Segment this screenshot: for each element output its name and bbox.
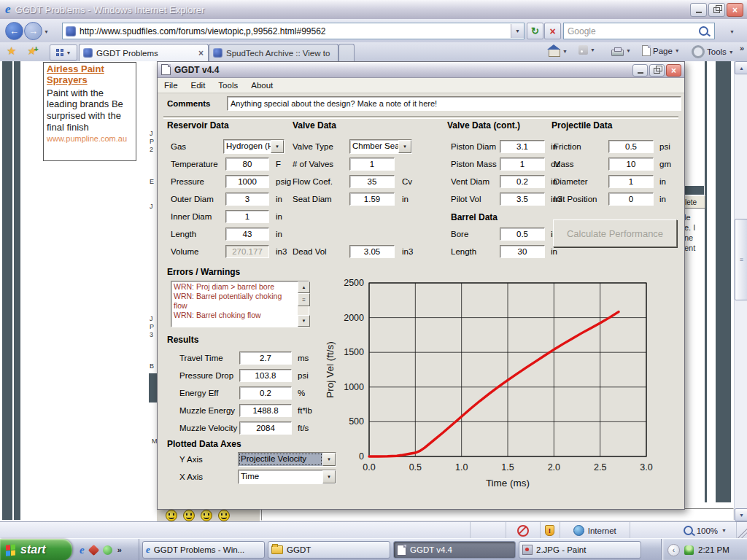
security-panel[interactable]: ! <box>541 522 560 539</box>
ie-window-titlebar[interactable]: e GGDT Problems - Windows Internet Explo… <box>0 0 747 20</box>
search-options-dropdown[interactable]: ▼ <box>729 29 735 34</box>
scroll-up-button[interactable]: ▲ <box>735 61 747 74</box>
seat-diam-field[interactable]: 1.59 <box>349 192 395 206</box>
taskbar-button-ggdt[interactable]: GGDT v4.4 <box>393 541 516 559</box>
pilot-vol-field[interactable]: 3.5 <box>500 192 545 206</box>
length-field[interactable]: 43 <box>225 228 269 241</box>
popup-blocked-panel[interactable] <box>506 522 541 539</box>
inner-diam-field[interactable]: 1 <box>225 210 269 223</box>
more-commands-chevron-icon[interactable]: » <box>740 44 744 52</box>
warning-item[interactable]: WRN: Barrel potentially choking flow <box>174 292 295 311</box>
taskbar-button-folder[interactable]: GGDT <box>268 541 390 559</box>
smiley-razz-icon[interactable] <box>183 510 195 521</box>
pressure-drop-field[interactable]: 103.8 <box>239 369 292 382</box>
gas-select[interactable]: Hydrogen (H2 ▼ <box>223 139 285 154</box>
smiley-eek-icon[interactable] <box>166 510 177 521</box>
vent-diam-field[interactable]: 0.2 <box>500 175 545 188</box>
back-button[interactable]: ← <box>5 22 23 40</box>
muzzle-energy-field[interactable]: 1488.8 <box>239 404 292 417</box>
mass-field[interactable]: 10 <box>608 158 654 171</box>
smiley-cool-icon[interactable] <box>201 510 212 521</box>
taskbar-button-paint[interactable]: 2.JPG - Paint <box>519 541 641 559</box>
messenger-tray-icon[interactable] <box>684 545 694 555</box>
ie-quicklaunch-icon[interactable]: e <box>80 544 85 556</box>
init-position-field[interactable]: 0 <box>608 192 654 206</box>
new-tab-stub[interactable] <box>338 44 355 61</box>
calculate-performance-button[interactable]: Calculate Performance <box>553 219 677 247</box>
menu-edit[interactable]: Edit <box>185 79 212 91</box>
tab-ggdt-problems[interactable]: GGDT Problems × <box>79 44 209 61</box>
page-scrollbar[interactable]: ▲ ≡ ▼ <box>734 61 747 520</box>
travel-time-field[interactable]: 2.7 <box>239 351 292 365</box>
scroll-up-icon[interactable]: ▲ <box>298 281 310 293</box>
close-tab-icon[interactable]: × <box>198 48 204 58</box>
minimize-button[interactable] <box>632 64 648 77</box>
address-dropdown-button[interactable]: ▼ <box>511 24 524 38</box>
temperature-field[interactable]: 80 <box>225 158 269 171</box>
menu-tools[interactable]: Tools <box>212 79 244 91</box>
menu-file[interactable]: File <box>158 79 185 91</box>
pressure-field[interactable]: 1000 <box>225 175 269 188</box>
warning-item[interactable]: WRN: Barrel choking flow <box>174 311 295 320</box>
ad-link[interactable]: Airless Paint Sprayers <box>47 64 133 86</box>
maximize-button[interactable] <box>649 64 665 77</box>
valve-type-select[interactable]: Chmber Seal ▼ <box>349 139 412 154</box>
stop-button[interactable]: × <box>544 23 561 39</box>
errors-listbox[interactable]: WRN: Proj diam > barrel bore WRN: Barrel… <box>171 281 309 327</box>
energy-eff-field[interactable]: 0.2 <box>239 386 292 400</box>
flow-coef-field[interactable]: 35 <box>349 175 395 188</box>
menu-about[interactable]: About <box>244 79 279 91</box>
muzzle-velocity-field[interactable]: 2084 <box>239 421 292 435</box>
quicklaunch-more-chevron-icon[interactable]: » <box>117 545 122 554</box>
resize-grip[interactable] <box>737 522 747 539</box>
comments-field[interactable]: Anything special about the design? Make … <box>227 96 681 111</box>
search-icon[interactable] <box>699 26 708 36</box>
app-quicklaunch-icon[interactable] <box>88 544 99 556</box>
restore-button[interactable] <box>708 3 725 17</box>
taskbar-button-ie[interactable]: e GGDT Problems - Win... <box>142 541 265 559</box>
scroll-down-icon[interactable]: ▼ <box>298 315 310 327</box>
chevron-down-icon[interactable]: ▼ <box>271 140 284 153</box>
dead-vol-field[interactable]: 3.05 <box>349 245 395 258</box>
num-valves-field[interactable]: 1 <box>349 158 395 171</box>
warning-item[interactable]: WRN: Proj diam > barrel bore <box>174 282 295 292</box>
messenger-quicklaunch-icon[interactable] <box>103 545 112 555</box>
reply-input-fragment[interactable] <box>261 508 734 521</box>
scrollbar-thumb[interactable]: ≡ <box>735 219 747 300</box>
tools-menu-button[interactable]: Tools ▼ <box>692 45 734 58</box>
barrel-length-field[interactable]: 30 <box>500 245 545 258</box>
refresh-button[interactable]: ↻ <box>527 23 543 39</box>
bore-field[interactable]: 0.5 <box>500 228 545 241</box>
ad-url[interactable]: www.pumpline.com.au <box>47 134 133 143</box>
close-button[interactable]: × <box>727 3 743 17</box>
diameter-field[interactable]: 1 <box>608 175 654 188</box>
favorites-center-icon[interactable]: ★ <box>7 44 16 58</box>
scrollbar-thumb[interactable]: ≡ <box>298 293 310 306</box>
search-box[interactable]: Google <box>563 23 715 39</box>
add-favorite-icon[interactable]: ★+ <box>26 44 40 58</box>
feeds-button[interactable]: ▼ <box>578 45 595 55</box>
scroll-down-button[interactable]: ▼ <box>735 508 747 521</box>
page-menu-button[interactable]: Page ▼ <box>642 45 680 56</box>
friction-field[interactable]: 0.5 <box>608 140 654 153</box>
start-button[interactable]: start <box>0 539 72 560</box>
chevron-down-icon[interactable]: ▼ <box>398 140 411 153</box>
recent-pages-dropdown[interactable]: ▼ <box>44 29 49 34</box>
piston-mass-field[interactable]: 1 <box>500 158 545 171</box>
ggdt-titlebar[interactable]: GGDT v4.4 × <box>158 62 684 78</box>
tab-spudtech-archive[interactable]: SpudTech Archive :: View to <box>209 44 338 61</box>
close-button[interactable]: × <box>666 64 681 77</box>
quick-tabs-button[interactable]: ▼ <box>50 44 77 61</box>
url-text[interactable]: http://www.spudfiles.com/forums/viewtopi… <box>80 26 511 36</box>
home-button[interactable]: ▼ <box>549 45 568 57</box>
minimize-button[interactable] <box>690 3 707 17</box>
listbox-scrollbar[interactable]: ▲ ≡ ▼ <box>298 281 309 327</box>
piston-diam-field[interactable]: 3.1 <box>500 140 545 153</box>
delete-button-fragment[interactable]: lete <box>683 195 705 209</box>
print-button[interactable]: ▼ <box>611 45 631 56</box>
outer-diam-field[interactable]: 3 <box>225 192 269 206</box>
zoom-control[interactable]: 100% ▼ <box>674 522 738 539</box>
forward-button[interactable]: → <box>24 22 42 40</box>
smiley-grin-icon[interactable] <box>218 510 230 521</box>
hide-icons-chevron-icon[interactable]: ‹ <box>667 544 680 556</box>
